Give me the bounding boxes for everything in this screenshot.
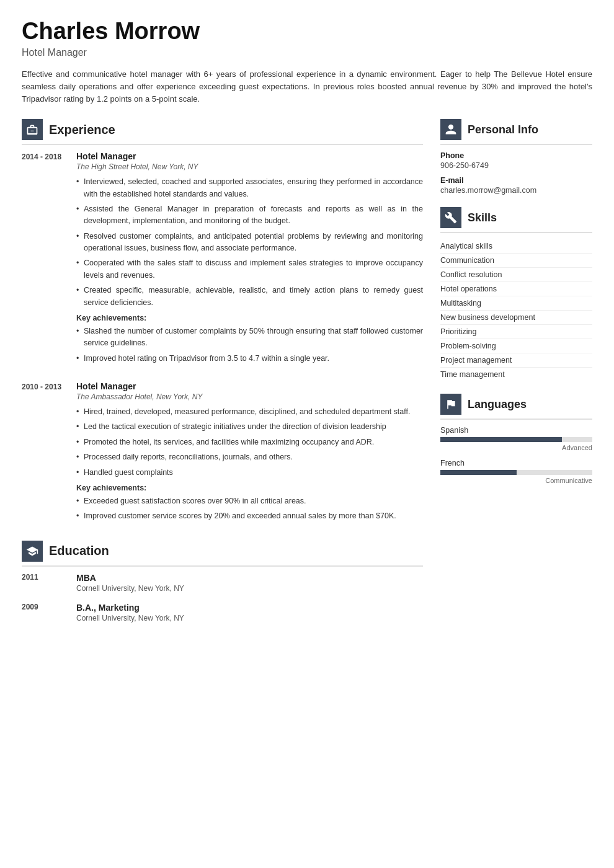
experience-list: 2014 - 2018Hotel ManagerThe High Street … bbox=[22, 151, 423, 526]
email-value: charles.morrow@gmail.com bbox=[440, 186, 592, 195]
exp-bullets: Hired, trained, developed, measured perf… bbox=[76, 406, 423, 479]
experience-item: 2014 - 2018Hotel ManagerThe High Street … bbox=[22, 151, 423, 368]
languages-list: SpanishAdvancedFrenchCommunicative bbox=[440, 426, 592, 484]
language-item: SpanishAdvanced bbox=[440, 426, 592, 451]
language-name: French bbox=[440, 459, 592, 467]
exp-bullet: Promoted the hotel, its services, and fa… bbox=[76, 436, 423, 448]
briefcase-icon bbox=[26, 123, 38, 136]
exp-bullet: Led the tactical execution of strategic … bbox=[76, 421, 423, 433]
achievements-label: Key achievements: bbox=[76, 484, 423, 492]
skill-item: Project management bbox=[440, 353, 592, 368]
achievement-bullets: Slashed the number of customer complaint… bbox=[76, 326, 423, 365]
exp-dates: 2014 - 2018 bbox=[22, 151, 65, 368]
email-label: E-mail bbox=[440, 176, 592, 185]
language-item: FrenchCommunicative bbox=[440, 459, 592, 484]
education-list: 2011MBACornell University, New York, NY2… bbox=[22, 573, 423, 622]
languages-icon bbox=[440, 394, 461, 415]
exp-bullet: Assisted the General Manager in preparat… bbox=[76, 203, 423, 228]
exp-bullets: Interviewed, selected, coached and suppo… bbox=[76, 176, 423, 309]
achievements-label: Key achievements: bbox=[76, 314, 423, 322]
experience-header: Experience bbox=[22, 119, 423, 145]
personal-info-header: Personal Info bbox=[440, 119, 592, 145]
achievement-bullet: Improved customer service scores by 20% … bbox=[76, 510, 423, 522]
exp-title: Hotel Manager bbox=[76, 381, 423, 391]
candidate-title: Hotel Manager bbox=[22, 47, 592, 58]
user-icon bbox=[445, 123, 457, 136]
exp-title: Hotel Manager bbox=[76, 151, 423, 161]
skills-icon bbox=[440, 207, 461, 228]
skill-item: Communication bbox=[440, 254, 592, 268]
language-bar bbox=[440, 470, 517, 475]
education-title: Education bbox=[49, 544, 109, 558]
exp-bullet: Resolved customer complaints, and antici… bbox=[76, 231, 423, 255]
skill-item: New business development bbox=[440, 311, 592, 325]
exp-bullet: Interviewed, selected, coached and suppo… bbox=[76, 176, 423, 200]
education-icon bbox=[22, 541, 43, 562]
education-item: 2011MBACornell University, New York, NY bbox=[22, 573, 423, 593]
exp-company: The Ambassador Hotel, New York, NY bbox=[76, 392, 423, 401]
experience-title: Experience bbox=[49, 123, 115, 137]
skills-title: Skills bbox=[468, 211, 497, 224]
skill-item: Problem-solving bbox=[440, 339, 592, 353]
experience-icon bbox=[22, 119, 43, 140]
personal-info-section: Personal Info Phone 906-250-6749 E-mail … bbox=[440, 119, 592, 195]
resume-container: Charles Morrow Hotel Manager Effective a… bbox=[0, 0, 614, 868]
achievement-bullet: Exceeded guest satisfaction scores over … bbox=[76, 495, 423, 507]
edu-year: 2009 bbox=[22, 603, 65, 622]
skills-list: Analytical skillsCommunicationConflict r… bbox=[440, 239, 592, 381]
edu-school: Cornell University, New York, NY bbox=[76, 584, 184, 593]
skills-header: Skills bbox=[440, 207, 592, 233]
edu-content: MBACornell University, New York, NY bbox=[76, 573, 184, 593]
experience-item: 2010 - 2013Hotel ManagerThe Ambassador H… bbox=[22, 381, 423, 526]
exp-bullet: Hired, trained, developed, measured perf… bbox=[76, 406, 423, 418]
skill-item: Analytical skills bbox=[440, 239, 592, 254]
edu-degree: MBA bbox=[76, 573, 184, 583]
language-bar-container bbox=[440, 437, 592, 442]
education-header: Education bbox=[22, 541, 423, 567]
phone-value: 906-250-6749 bbox=[440, 161, 592, 170]
achievement-bullet: Slashed the number of customer complaint… bbox=[76, 326, 423, 350]
skill-item: Prioritizing bbox=[440, 325, 592, 339]
skill-item: Time management bbox=[440, 368, 592, 381]
languages-title: Languages bbox=[468, 398, 527, 411]
main-content: Experience 2014 - 2018Hotel ManagerThe H… bbox=[22, 119, 592, 843]
language-name: Spanish bbox=[440, 426, 592, 435]
right-column: Personal Info Phone 906-250-6749 E-mail … bbox=[440, 119, 592, 843]
language-bar bbox=[440, 437, 562, 442]
graduation-icon bbox=[26, 545, 38, 557]
languages-header: Languages bbox=[440, 394, 592, 420]
wrench-icon bbox=[445, 211, 457, 224]
header: Charles Morrow Hotel Manager bbox=[22, 19, 592, 58]
exp-content: Hotel ManagerThe High Street Hotel, New … bbox=[76, 151, 423, 368]
achievement-bullet: Improved hotel rating on Tripadvisor fro… bbox=[76, 353, 423, 365]
edu-school: Cornell University, New York, NY bbox=[76, 614, 184, 622]
education-section: Education 2011MBACornell University, New… bbox=[22, 541, 423, 622]
skills-section: Skills Analytical skillsCommunicationCon… bbox=[440, 207, 592, 381]
edu-degree: B.A., Marketing bbox=[76, 603, 184, 613]
languages-section: Languages SpanishAdvancedFrenchCommunica… bbox=[440, 394, 592, 484]
exp-bullet: Cooperated with the sales staff to discu… bbox=[76, 257, 423, 281]
language-bar-container bbox=[440, 470, 592, 475]
exp-company: The High Street Hotel, New York, NY bbox=[76, 162, 423, 171]
language-level: Advanced bbox=[440, 444, 592, 451]
exp-bullet: Created specific, measurable, achievable… bbox=[76, 285, 423, 309]
exp-bullet: Processed daily reports, reconciliations… bbox=[76, 451, 423, 463]
summary-text: Effective and communicative hotel manage… bbox=[22, 68, 592, 105]
experience-section: Experience 2014 - 2018Hotel ManagerThe H… bbox=[22, 119, 423, 526]
candidate-name: Charles Morrow bbox=[22, 19, 592, 45]
edu-year: 2011 bbox=[22, 573, 65, 593]
person-icon bbox=[440, 119, 461, 140]
achievement-bullets: Exceeded guest satisfaction scores over … bbox=[76, 495, 423, 523]
left-column: Experience 2014 - 2018Hotel ManagerThe H… bbox=[22, 119, 423, 843]
skill-item: Multitasking bbox=[440, 296, 592, 311]
flag-icon bbox=[445, 398, 457, 410]
personal-info-title: Personal Info bbox=[468, 123, 538, 136]
exp-content: Hotel ManagerThe Ambassador Hotel, New Y… bbox=[76, 381, 423, 526]
language-level: Communicative bbox=[440, 477, 592, 484]
education-item: 2009B.A., MarketingCornell University, N… bbox=[22, 603, 423, 622]
skill-item: Hotel operations bbox=[440, 282, 592, 296]
exp-bullet: Handled guest complaints bbox=[76, 467, 423, 479]
edu-content: B.A., MarketingCornell University, New Y… bbox=[76, 603, 184, 622]
exp-dates: 2010 - 2013 bbox=[22, 381, 65, 526]
skill-item: Conflict resolution bbox=[440, 268, 592, 282]
